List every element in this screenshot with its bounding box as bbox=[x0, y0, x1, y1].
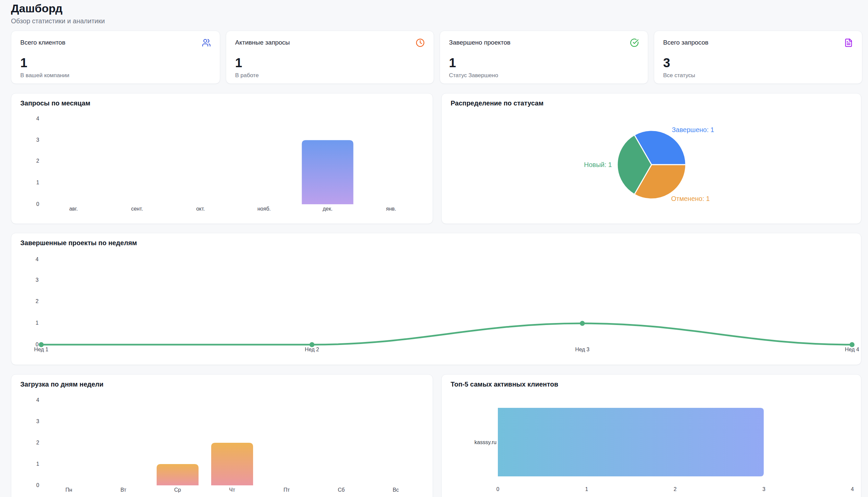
x-tick: Пт bbox=[284, 487, 290, 493]
stat-card-total-requests: Всего запросов 3 Все статусы bbox=[654, 31, 862, 84]
x-tick: Вт bbox=[120, 487, 126, 493]
bar-weekday-2[interactable] bbox=[157, 464, 199, 485]
bar-month-4[interactable] bbox=[302, 140, 353, 204]
x-tick: Ср bbox=[174, 487, 181, 493]
stat-note: Все статусы bbox=[663, 72, 853, 79]
page-title: Дашборд bbox=[11, 2, 105, 15]
y-tick: 0 bbox=[19, 201, 39, 208]
y-tick: 3 bbox=[19, 418, 39, 425]
bar-weekday-3[interactable] bbox=[211, 443, 253, 485]
stat-label: Активные запросы bbox=[235, 39, 290, 46]
dashboard-page: { "page": { "title": "Дашборд", "subtitl… bbox=[0, 0, 868, 497]
chart-card-requests-by-month: Запросы по месяцам 4 3 2 1 0 авг. сент. … bbox=[11, 93, 433, 224]
pie-chart-statuses bbox=[442, 94, 862, 224]
x-tick: Сб bbox=[338, 487, 345, 493]
x-tick: Вс bbox=[393, 487, 399, 493]
x-tick: янв. bbox=[386, 205, 396, 212]
users-icon bbox=[202, 38, 211, 48]
stat-label: Всего запросов bbox=[663, 39, 708, 46]
y-tick: 4 bbox=[19, 115, 39, 122]
stat-note: В работе bbox=[235, 72, 425, 79]
stat-value: 1 bbox=[20, 57, 211, 69]
x-tick: Нед 3 bbox=[575, 346, 590, 353]
y-tick: 0 bbox=[19, 482, 39, 489]
y-tick: 1 bbox=[19, 179, 39, 186]
y-tick: 4 bbox=[19, 256, 39, 263]
pie-label-completed: Завершено: 1 bbox=[672, 126, 714, 133]
line-point-2[interactable] bbox=[580, 321, 585, 326]
chart-card-projects-by-week: Завершенные проекты по неделям 4 3 2 1 0… bbox=[11, 233, 862, 365]
x-tick: сент. bbox=[131, 205, 143, 212]
x-tick: 1 bbox=[585, 486, 588, 493]
x-tick: 4 bbox=[851, 486, 854, 493]
y-tick: 2 bbox=[19, 158, 39, 164]
x-tick: Нед 4 bbox=[845, 346, 859, 353]
horizontal-bar-chart-clients bbox=[442, 374, 862, 497]
x-tick: 2 bbox=[674, 486, 677, 493]
x-tick: окт. bbox=[196, 205, 205, 212]
y-tick: 1 bbox=[19, 461, 39, 467]
page-subtitle: Обзор статистики и аналитики bbox=[11, 17, 105, 25]
stat-note: Статус Завершено bbox=[449, 72, 639, 79]
stat-card-completed-projects: Завершено проектов 1 Статус Завершено bbox=[440, 31, 648, 84]
x-tick: авг. bbox=[69, 205, 78, 212]
y-tick: 3 bbox=[19, 137, 39, 143]
pie-label-new: Новый: 1 bbox=[546, 161, 612, 168]
x-tick: 3 bbox=[763, 486, 766, 493]
client-category-label: kasssy.ru bbox=[443, 439, 496, 446]
bar-chart-months bbox=[11, 94, 433, 224]
x-tick: дек. bbox=[322, 205, 333, 212]
clock-icon bbox=[416, 38, 425, 48]
file-text-icon bbox=[844, 38, 853, 48]
stat-label: Завершено проектов bbox=[449, 39, 510, 46]
stat-value: 3 bbox=[663, 57, 853, 69]
y-tick: 1 bbox=[19, 320, 39, 326]
chart-card-status-distribution: Распределение по статусам Завершено: 1 Н… bbox=[441, 93, 862, 224]
line-series bbox=[41, 323, 852, 345]
stat-card-active-requests: Активные запросы 1 В работе bbox=[226, 31, 434, 84]
stat-value: 1 bbox=[235, 57, 425, 69]
y-tick: 2 bbox=[19, 439, 39, 446]
stat-value: 1 bbox=[449, 57, 639, 69]
y-tick: 4 bbox=[19, 397, 39, 403]
y-tick: 2 bbox=[19, 298, 39, 305]
line-chart-weeks bbox=[11, 233, 862, 365]
stat-card-total-clients: Всего клиентов 1 В вашей компании bbox=[11, 31, 220, 84]
bar-client-0[interactable] bbox=[498, 408, 764, 477]
check-circle-icon bbox=[630, 38, 639, 48]
x-tick: Нед 1 bbox=[34, 346, 48, 353]
page-header: Дашборд Обзор статистики и аналитики bbox=[11, 2, 105, 25]
pie-label-cancelled: Отменено: 1 bbox=[671, 195, 710, 202]
y-tick: 3 bbox=[19, 277, 39, 283]
bar-chart-weekdays bbox=[11, 374, 433, 497]
chart-card-load-by-weekday: Загрузка по дням недели 4 3 2 1 0 Пн Вт … bbox=[11, 374, 433, 497]
chart-card-top-clients: Топ-5 самых активных клиентов kasssy.ru … bbox=[441, 374, 862, 497]
stat-label: Всего клиентов bbox=[20, 39, 66, 46]
x-tick: 0 bbox=[496, 486, 500, 493]
x-tick: нояб. bbox=[257, 205, 271, 212]
x-tick: Нед 2 bbox=[305, 346, 319, 353]
stat-note: В вашей компании bbox=[20, 72, 211, 79]
x-tick: Чт bbox=[229, 487, 235, 493]
x-tick: Пн bbox=[66, 487, 72, 493]
